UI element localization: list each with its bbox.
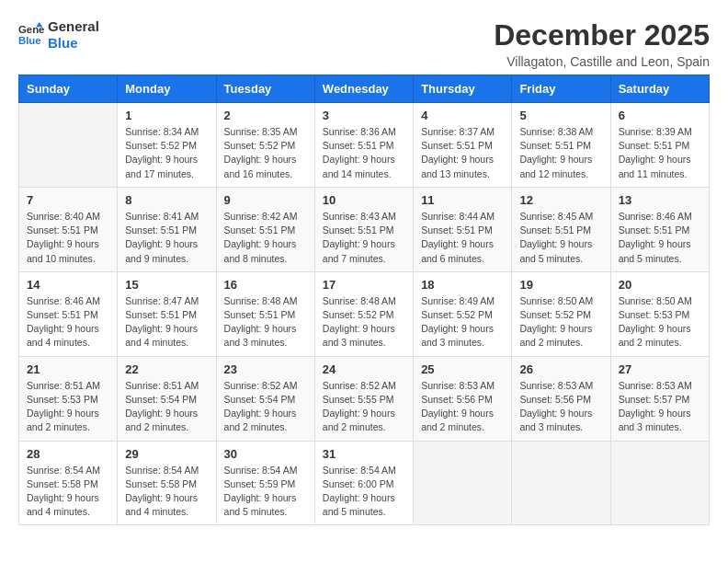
day-detail: Sunrise: 8:51 AMSunset: 5:53 PMDaylight:… [27, 379, 109, 435]
days-header-row: SundayMondayTuesdayWednesdayThursdayFrid… [19, 75, 710, 103]
month-title: December 2025 [494, 18, 710, 52]
day-cell [414, 441, 512, 525]
day-cell: 13Sunrise: 8:46 AMSunset: 5:51 PMDayligh… [610, 187, 709, 271]
day-number: 17 [323, 278, 405, 292]
day-detail: Sunrise: 8:51 AMSunset: 5:54 PMDaylight:… [125, 379, 208, 435]
day-cell: 8Sunrise: 8:41 AMSunset: 5:51 PMDaylight… [118, 187, 216, 271]
week-row-4: 21Sunrise: 8:51 AMSunset: 5:53 PMDayligh… [19, 356, 710, 441]
day-detail: Sunrise: 8:52 AMSunset: 5:55 PMDaylight:… [323, 379, 405, 435]
day-cell: 17Sunrise: 8:48 AMSunset: 5:52 PMDayligh… [314, 271, 413, 356]
day-number: 11 [421, 193, 504, 207]
day-detail: Sunrise: 8:42 AMSunset: 5:51 PMDaylight:… [224, 210, 307, 266]
day-cell: 30Sunrise: 8:54 AMSunset: 5:59 PMDayligh… [216, 441, 314, 525]
logo-line1: General [48, 18, 99, 35]
day-number: 10 [323, 193, 405, 207]
location: Villagaton, Castille and Leon, Spain [494, 54, 710, 69]
day-detail: Sunrise: 8:54 AMSunset: 5:58 PMDaylight:… [125, 464, 208, 520]
day-number: 13 [619, 193, 701, 207]
day-cell: 19Sunrise: 8:50 AMSunset: 5:52 PMDayligh… [512, 271, 610, 356]
week-row-3: 14Sunrise: 8:46 AMSunset: 5:51 PMDayligh… [19, 271, 710, 356]
day-detail: Sunrise: 8:44 AMSunset: 5:51 PMDaylight:… [421, 210, 504, 266]
day-number: 16 [224, 278, 307, 292]
day-number: 18 [421, 278, 504, 292]
day-cell: 10Sunrise: 8:43 AMSunset: 5:51 PMDayligh… [314, 187, 413, 271]
day-number: 31 [323, 447, 405, 461]
day-cell: 28Sunrise: 8:54 AMSunset: 5:58 PMDayligh… [19, 441, 118, 525]
day-cell [512, 441, 610, 525]
day-number: 28 [27, 447, 109, 461]
day-detail: Sunrise: 8:40 AMSunset: 5:51 PMDaylight:… [27, 210, 109, 266]
day-detail: Sunrise: 8:36 AMSunset: 5:51 PMDaylight:… [323, 125, 405, 181]
calendar-table: SundayMondayTuesdayWednesdayThursdayFrid… [18, 75, 710, 525]
day-cell: 26Sunrise: 8:53 AMSunset: 5:56 PMDayligh… [512, 356, 610, 441]
day-number: 5 [519, 109, 602, 122]
day-detail: Sunrise: 8:47 AMSunset: 5:51 PMDaylight:… [125, 294, 208, 350]
day-number: 2 [224, 109, 307, 122]
day-cell: 16Sunrise: 8:48 AMSunset: 5:51 PMDayligh… [216, 271, 314, 356]
day-cell [610, 441, 709, 525]
day-number: 6 [619, 109, 701, 122]
day-number: 22 [125, 362, 208, 376]
day-cell: 18Sunrise: 8:49 AMSunset: 5:52 PMDayligh… [414, 271, 512, 356]
day-number: 23 [224, 362, 307, 376]
day-detail: Sunrise: 8:54 AMSunset: 5:59 PMDaylight:… [224, 464, 307, 520]
day-number: 26 [519, 362, 602, 376]
day-detail: Sunrise: 8:43 AMSunset: 5:51 PMDaylight:… [323, 210, 405, 266]
day-cell: 24Sunrise: 8:52 AMSunset: 5:55 PMDayligh… [314, 356, 413, 441]
week-row-5: 28Sunrise: 8:54 AMSunset: 5:58 PMDayligh… [19, 441, 710, 525]
week-row-1: 1Sunrise: 8:34 AMSunset: 5:52 PMDaylight… [19, 103, 710, 188]
day-number: 20 [619, 278, 701, 292]
day-cell: 3Sunrise: 8:36 AMSunset: 5:51 PMDaylight… [314, 103, 413, 188]
day-detail: Sunrise: 8:46 AMSunset: 5:51 PMDaylight:… [27, 294, 109, 350]
day-detail: Sunrise: 8:54 AMSunset: 5:58 PMDaylight:… [27, 464, 109, 520]
day-detail: Sunrise: 8:35 AMSunset: 5:52 PMDaylight:… [224, 125, 307, 181]
day-cell: 15Sunrise: 8:47 AMSunset: 5:51 PMDayligh… [118, 271, 216, 356]
day-number: 19 [519, 278, 602, 292]
day-detail: Sunrise: 8:38 AMSunset: 5:51 PMDaylight:… [519, 125, 602, 181]
day-cell: 29Sunrise: 8:54 AMSunset: 5:58 PMDayligh… [118, 441, 216, 525]
day-header-saturday: Saturday [610, 75, 709, 103]
day-header-sunday: Sunday [19, 75, 118, 103]
day-detail: Sunrise: 8:48 AMSunset: 5:51 PMDaylight:… [224, 294, 307, 350]
day-number: 8 [125, 193, 208, 207]
day-number: 4 [421, 109, 504, 122]
day-number: 29 [125, 447, 208, 461]
day-detail: Sunrise: 8:39 AMSunset: 5:51 PMDaylight:… [619, 125, 701, 181]
day-detail: Sunrise: 8:54 AMSunset: 6:00 PMDaylight:… [323, 464, 405, 520]
day-number: 25 [421, 362, 504, 376]
day-number: 27 [619, 362, 701, 376]
day-header-wednesday: Wednesday [314, 75, 413, 103]
day-detail: Sunrise: 8:53 AMSunset: 5:56 PMDaylight:… [519, 379, 602, 435]
day-cell: 4Sunrise: 8:37 AMSunset: 5:51 PMDaylight… [414, 103, 512, 188]
day-detail: Sunrise: 8:48 AMSunset: 5:52 PMDaylight:… [323, 294, 405, 350]
day-detail: Sunrise: 8:50 AMSunset: 5:53 PMDaylight:… [619, 294, 701, 350]
week-row-2: 7Sunrise: 8:40 AMSunset: 5:51 PMDaylight… [19, 187, 710, 271]
day-cell: 14Sunrise: 8:46 AMSunset: 5:51 PMDayligh… [19, 271, 118, 356]
day-detail: Sunrise: 8:53 AMSunset: 5:56 PMDaylight:… [421, 379, 504, 435]
day-cell: 11Sunrise: 8:44 AMSunset: 5:51 PMDayligh… [414, 187, 512, 271]
day-number: 1 [125, 109, 208, 122]
day-number: 24 [323, 362, 405, 376]
day-header-friday: Friday [512, 75, 610, 103]
day-detail: Sunrise: 8:52 AMSunset: 5:54 PMDaylight:… [224, 379, 307, 435]
day-number: 3 [323, 109, 405, 122]
day-header-monday: Monday [118, 75, 216, 103]
day-cell: 31Sunrise: 8:54 AMSunset: 6:00 PMDayligh… [314, 441, 413, 525]
day-cell: 21Sunrise: 8:51 AMSunset: 5:53 PMDayligh… [19, 356, 118, 441]
day-number: 15 [125, 278, 208, 292]
day-number: 30 [224, 447, 307, 461]
day-cell: 6Sunrise: 8:39 AMSunset: 5:51 PMDaylight… [610, 103, 709, 188]
day-cell: 27Sunrise: 8:53 AMSunset: 5:57 PMDayligh… [610, 356, 709, 441]
day-detail: Sunrise: 8:45 AMSunset: 5:51 PMDaylight:… [519, 210, 602, 266]
header: General Blue General Blue December 2025 … [18, 18, 710, 69]
day-number: 9 [224, 193, 307, 207]
day-cell: 20Sunrise: 8:50 AMSunset: 5:53 PMDayligh… [610, 271, 709, 356]
page-container: General Blue General Blue December 2025 … [18, 18, 710, 525]
day-number: 14 [27, 278, 109, 292]
day-number: 7 [27, 193, 109, 207]
day-cell: 23Sunrise: 8:52 AMSunset: 5:54 PMDayligh… [216, 356, 314, 441]
title-block: December 2025 Villagaton, Castille and L… [494, 18, 710, 69]
day-cell: 1Sunrise: 8:34 AMSunset: 5:52 PMDaylight… [118, 103, 216, 188]
day-header-thursday: Thursday [414, 75, 512, 103]
day-detail: Sunrise: 8:49 AMSunset: 5:52 PMDaylight:… [421, 294, 504, 350]
